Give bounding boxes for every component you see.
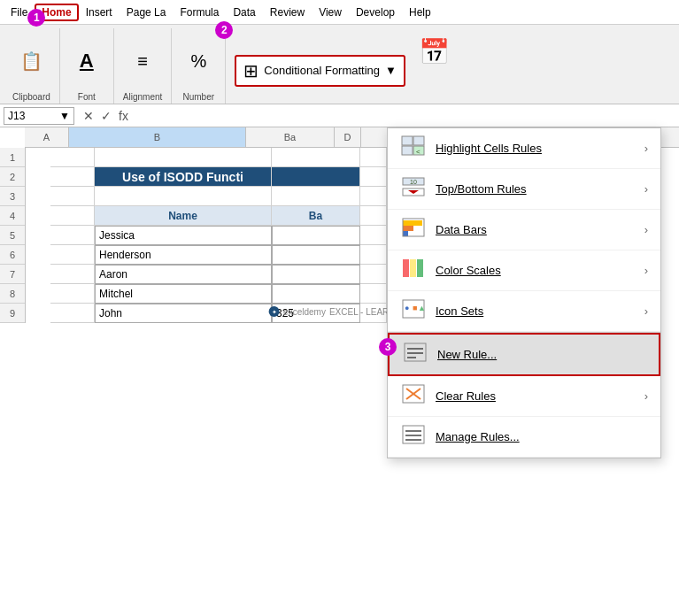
menu-view[interactable]: View: [312, 4, 349, 21]
menu-formula[interactable]: Formula: [173, 4, 226, 21]
cell-d4[interactable]: [360, 206, 387, 226]
col-header-d[interactable]: D: [335, 127, 361, 147]
cell-a1[interactable]: [50, 148, 95, 167]
cell-b6[interactable]: Henderson: [95, 245, 272, 265]
formula-bar: J13 ▼ ✕ ✓ fx: [0, 104, 679, 127]
menu-data[interactable]: Data: [226, 4, 262, 21]
menu-home[interactable]: 1 Home: [35, 4, 78, 21]
cell-a8[interactable]: [50, 284, 95, 304]
svg-rect-1: [413, 136, 424, 145]
ribbon: 📋 Clipboard A Font ≡ Alignment % Number: [0, 25, 679, 104]
cell-c7[interactable]: [272, 265, 360, 284]
conditional-formatting-dropdown: < Highlight Cells Rules › 10 Top/Bottom …: [387, 127, 661, 458]
dropdown-icon-sets[interactable]: ● ■ ▲ Icon Sets ›: [388, 291, 660, 332]
watermark-text: exceldemy: [283, 307, 326, 317]
menu-insert[interactable]: Insert: [79, 4, 120, 21]
ribbon-group-number: % Number: [172, 28, 226, 104]
clipboard-btn[interactable]: 📋: [13, 49, 49, 73]
row-header-5: 5: [0, 226, 25, 245]
cell-c6[interactable]: [272, 245, 360, 265]
cell-a4[interactable]: [50, 206, 95, 226]
cell-a9[interactable]: [50, 304, 95, 323]
clipboard-label: Clipboard: [12, 90, 50, 102]
cell-b4[interactable]: Name: [95, 206, 272, 226]
svg-text:▲: ▲: [418, 304, 426, 312]
dropdown-highlight-cells[interactable]: < Highlight Cells Rules ›: [388, 128, 660, 169]
cell-a7[interactable]: [50, 265, 95, 284]
font-icon: A: [80, 51, 94, 71]
alignment-label: Alignment: [123, 90, 162, 102]
data-bars-icon: [400, 217, 427, 243]
cell-a2[interactable]: [50, 167, 95, 187]
cell-c8[interactable]: [272, 284, 360, 304]
highlight-cells-label: Highlight Cells Rules: [436, 142, 636, 155]
dropdown-manage-rules[interactable]: Manage Rules...: [388, 417, 660, 458]
cell-c4[interactable]: Ba: [272, 206, 360, 226]
ribbon-group-clipboard: 📋 Clipboard: [4, 28, 60, 104]
cell-d7[interactable]: [360, 265, 387, 284]
color-scales-arrow: ›: [644, 264, 648, 277]
row-header-3: 3: [0, 187, 25, 206]
font-btn[interactable]: A: [69, 48, 104, 74]
table-row: Henderson: [50, 245, 387, 265]
svg-text:10: 10: [410, 179, 417, 185]
dropdown-top-bottom[interactable]: 10 Top/Bottom Rules ›: [388, 169, 660, 210]
cell-a3[interactable]: [50, 187, 95, 206]
cell-d6[interactable]: [360, 245, 387, 265]
menu-page-layout[interactable]: Page La: [120, 4, 174, 21]
number-btn[interactable]: %: [181, 49, 216, 73]
dropdown-clear-rules[interactable]: Clear Rules ›: [388, 376, 660, 417]
row-header-1: 1: [0, 148, 25, 167]
cell-b2[interactable]: Use of ISODD Functi: [95, 167, 272, 187]
data-bars-label: Data Bars: [436, 223, 636, 236]
col-header-ba[interactable]: Ba: [246, 127, 335, 147]
svg-rect-14: [410, 259, 416, 277]
calendar-icon[interactable]: 📅: [419, 37, 450, 66]
cell-d5[interactable]: [360, 226, 387, 245]
svg-text:■: ■: [413, 304, 417, 312]
cell-c2[interactable]: [272, 167, 360, 187]
cell-d2[interactable]: [360, 167, 387, 187]
menu-review[interactable]: Review: [263, 4, 312, 21]
col-header-a[interactable]: A: [25, 127, 69, 147]
dropdown-color-scales[interactable]: Color Scales ›: [388, 250, 660, 291]
row-header-4: 4: [0, 206, 25, 226]
menu-bar: File 1 Home Insert Page La Formula Data …: [0, 0, 679, 25]
name-box[interactable]: J13 ▼: [4, 107, 74, 125]
cell-d1[interactable]: [360, 148, 387, 167]
svg-rect-0: [402, 136, 413, 145]
watermark-icon: ✦: [267, 305, 280, 318]
cell-b8[interactable]: Mitchel: [95, 284, 272, 304]
cell-d8[interactable]: [360, 284, 387, 304]
clear-rules-arrow: ›: [644, 389, 648, 403]
cell-b9[interactable]: John: [95, 304, 272, 323]
cell-b1[interactable]: [95, 148, 272, 167]
cancel-icon[interactable]: ✕: [83, 109, 94, 123]
menu-help[interactable]: Help: [402, 4, 438, 21]
confirm-icon[interactable]: ✓: [101, 109, 112, 123]
fx-icon[interactable]: fx: [119, 109, 128, 123]
table-row: Mitchel: [50, 284, 387, 304]
number-label: Number: [182, 90, 214, 102]
cell-c5[interactable]: [272, 226, 360, 245]
dropdown-data-bars[interactable]: Data Bars ›: [388, 210, 660, 250]
cell-a5[interactable]: [50, 226, 95, 245]
top-bottom-arrow: ›: [644, 182, 648, 196]
dropdown-new-rule[interactable]: 3 New Rule...: [388, 333, 660, 376]
cell-a6[interactable]: [50, 245, 95, 265]
col-header-b[interactable]: B: [69, 127, 246, 147]
cf-icon: ⊞: [243, 60, 258, 81]
cell-b5[interactable]: Jessica: [95, 226, 272, 245]
alignment-btn[interactable]: ≡: [125, 49, 160, 73]
conditional-formatting-button[interactable]: ⊞ Conditional Formatting ▼: [235, 55, 405, 87]
cell-c3[interactable]: [272, 187, 360, 206]
formula-input[interactable]: [137, 108, 675, 124]
row-headers: 1 2 3 4 5 6 7 8 9: [0, 148, 26, 323]
formula-icons: ✕ ✓ fx: [78, 109, 134, 123]
cell-b3[interactable]: [95, 187, 272, 206]
row-header-6: 6: [0, 245, 25, 265]
cell-b7[interactable]: Aaron: [95, 265, 272, 284]
cell-c1[interactable]: [272, 148, 360, 167]
menu-developer[interactable]: Develop: [349, 4, 402, 21]
cell-d3[interactable]: [360, 187, 387, 206]
